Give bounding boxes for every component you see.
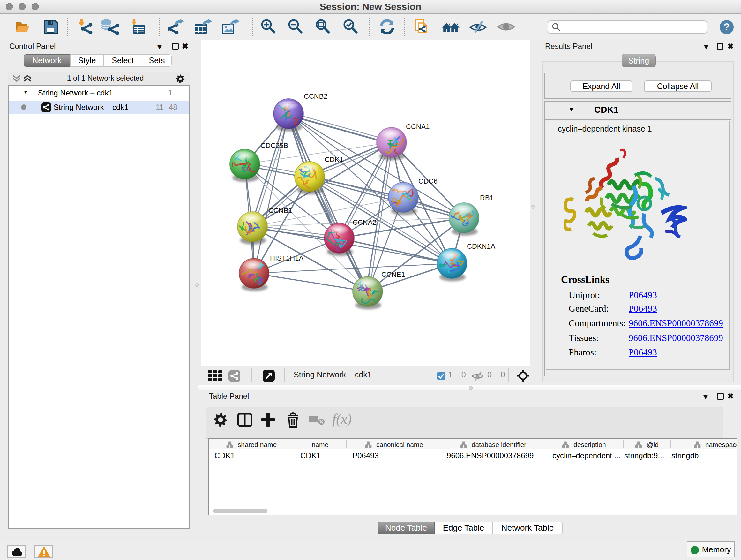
svg-text:CCNA1: CCNA1: [406, 123, 430, 131]
svg-text:CDC6: CDC6: [418, 177, 437, 185]
svg-text:CCNA2: CCNA2: [353, 219, 377, 226]
svg-text:CCNB1: CCNB1: [268, 206, 292, 214]
svg-text:CDC25B: CDC25B: [260, 141, 288, 149]
svg-text:HIST1H1A: HIST1H1A: [270, 254, 304, 262]
svg-text:CCNB2: CCNB2: [304, 92, 328, 100]
svg-text:CDK1: CDK1: [325, 155, 343, 164]
svg-text:CDKN1A: CDKN1A: [467, 242, 495, 250]
svg-text:RB1: RB1: [480, 194, 494, 202]
svg-text:CCNE1: CCNE1: [381, 270, 405, 278]
